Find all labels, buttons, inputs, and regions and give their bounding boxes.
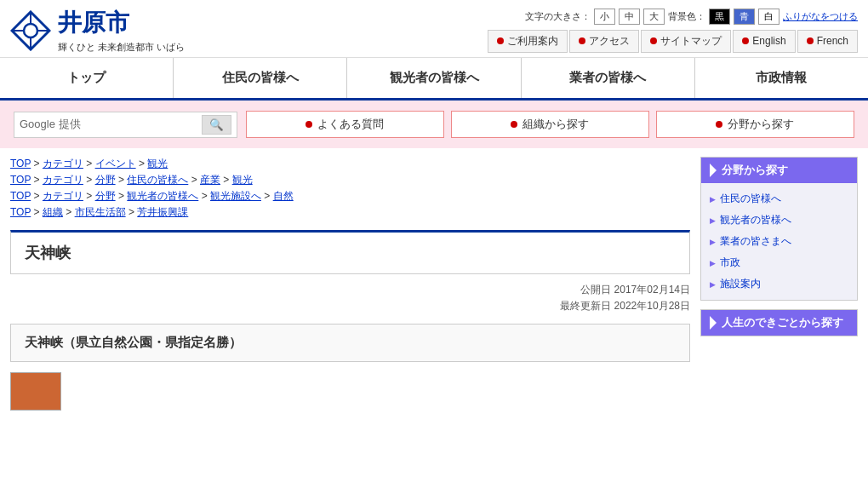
search-icon: 🔍: [209, 118, 224, 131]
faq-button[interactable]: よくある質問: [246, 111, 444, 138]
nav-business[interactable]: 業者の皆様へ: [522, 58, 695, 98]
bg-black-button[interactable]: 黒: [709, 9, 730, 25]
page-title: 天神峡: [25, 243, 676, 263]
article-heading-box: 天神峡（県立自然公園・県指定名勝）: [10, 324, 690, 362]
search-section: Google 提供 🔍 よくある質問 組織から探す 分野から探す: [0, 101, 868, 148]
sidebar: 分野から探す 住民の皆様へ 観光者の皆様へ 業者の皆さまへ 市政 施設案内: [700, 157, 858, 413]
bc2-residents[interactable]: 住民の皆様へ: [127, 174, 188, 186]
font-medium-button[interactable]: 中: [619, 9, 640, 25]
access-dot: [579, 37, 585, 44]
search-by-field-button[interactable]: 分野から探す: [656, 111, 854, 138]
bc4-top[interactable]: TOP: [10, 206, 31, 218]
nav-tourists[interactable]: 観光者の皆様へ: [347, 58, 521, 98]
bc3-facilities[interactable]: 観光施設へ: [210, 190, 261, 202]
field-label: 分野から探す: [728, 117, 794, 132]
bc3-category[interactable]: カテゴリ: [43, 190, 83, 202]
google-search-box: Google 提供 🔍: [14, 112, 237, 138]
updated-date: 最終更新日 2022年10月28日: [10, 299, 690, 313]
bc4-civic[interactable]: 市民生活部: [75, 206, 126, 218]
main-content: TOP > カテゴリ > イベント > 観光 TOP > カテゴリ > 分野 >…: [10, 157, 690, 413]
bg-blue-button[interactable]: 青: [734, 9, 755, 25]
usage-button[interactable]: ご利用案内: [488, 30, 568, 53]
breadcrumb-line-2: TOP > カテゴリ > 分野 > 住民の皆様へ > 産業 > 観光: [10, 173, 690, 187]
bc3-field[interactable]: 分野: [95, 190, 116, 202]
bc2-field[interactable]: 分野: [95, 174, 116, 186]
french-button[interactable]: French: [797, 30, 858, 53]
article-image-area: [10, 372, 690, 413]
site-subtitle: 輝くひと 未来創造都市 いばら: [58, 41, 185, 54]
site-title: 井原市: [58, 7, 185, 39]
breadcrumb-line-1: TOP > カテゴリ > イベント > 観光: [10, 157, 690, 171]
faq-label: よくある質問: [317, 117, 384, 132]
header-controls: 文字の大きさ： 小 中 大 背景色： 黒 青 白 ふりがなをつける ご利用案内 …: [488, 9, 858, 53]
org-label: 組織から探す: [523, 117, 589, 132]
bg-label: 背景色：: [668, 10, 705, 23]
sidebar-corner-icon: [710, 164, 717, 177]
sitemap-button[interactable]: サイトマップ: [641, 30, 731, 53]
font-size-label: 文字の大きさ：: [525, 10, 591, 23]
sidebar-field-links: 住民の皆様へ 観光者の皆様へ 業者の皆さまへ 市政 施設案内: [701, 183, 857, 300]
usage-dot: [497, 37, 504, 44]
sidebar-link-tourists[interactable]: 観光者の皆様へ: [701, 210, 857, 231]
sidebar-section-lifecycle-title: 人生のできごとから探す: [701, 310, 857, 336]
article-heading: 天神峡（県立自然公園・県指定名勝）: [25, 335, 676, 351]
published-date: 公開日 2017年02月14日: [10, 283, 690, 297]
bc1-tourism[interactable]: 観光: [147, 158, 168, 169]
font-large-button[interactable]: 大: [643, 9, 665, 25]
font-size-controls: 文字の大きさ： 小 中 大 背景色： 黒 青 白 ふりがなをつける: [525, 9, 858, 25]
field-dot: [716, 121, 722, 128]
sidebar-section-lifecycle: 人生のできごとから探す: [700, 309, 858, 336]
english-dot: [742, 37, 749, 44]
french-label: French: [817, 35, 848, 47]
breadcrumb-line-4: TOP > 組織 > 市民生活部 > 芳井振興課: [10, 205, 690, 220]
bc4-org[interactable]: 組織: [43, 206, 63, 218]
search-input[interactable]: [86, 118, 197, 131]
nav-top[interactable]: トップ: [0, 58, 174, 98]
article-meta: 公開日 2017年02月14日 最終更新日 2022年10月28日: [10, 283, 690, 313]
bc2-tourism[interactable]: 観光: [232, 174, 253, 186]
bc1-event[interactable]: イベント: [95, 158, 136, 169]
access-button[interactable]: アクセス: [569, 30, 639, 53]
sidebar-link-city[interactable]: 市政: [701, 252, 857, 273]
utility-nav: ご利用案内 アクセス サイトマップ English French: [488, 30, 858, 53]
bc1-category[interactable]: カテゴリ: [43, 158, 83, 169]
bc3-nature[interactable]: 自然: [273, 190, 294, 202]
bc3-tourists[interactable]: 観光者の皆様へ: [127, 190, 198, 202]
font-small-button[interactable]: 小: [594, 9, 615, 25]
sidebar-lifecycle-title-label: 人生のできごとから探す: [722, 315, 843, 330]
logo-area: 井原市 輝くひと 未来創造都市 いばら: [10, 7, 185, 54]
faq-dot: [306, 121, 312, 128]
french-dot: [807, 37, 814, 44]
sidebar-link-residents[interactable]: 住民の皆様へ: [701, 188, 857, 210]
usage-label: ご利用案内: [507, 34, 558, 49]
bc4-dept[interactable]: 芳井振興課: [137, 206, 188, 218]
furigana-link[interactable]: ふりがなをつける: [783, 10, 858, 23]
search-by-org-button[interactable]: 組織から探す: [451, 111, 649, 138]
search-submit-button[interactable]: 🔍: [202, 115, 231, 135]
sitemap-label: サイトマップ: [660, 34, 722, 49]
sidebar-link-facilities[interactable]: 施設案内: [701, 273, 857, 295]
content-wrapper: TOP > カテゴリ > イベント > 観光 TOP > カテゴリ > 分野 >…: [0, 148, 868, 422]
access-label: アクセス: [589, 34, 630, 49]
english-label: English: [752, 35, 785, 47]
page-title-box: 天神峡: [10, 230, 690, 274]
nav-residents[interactable]: 住民の皆様へ: [174, 58, 347, 98]
bg-white-button[interactable]: 白: [758, 9, 779, 25]
sidebar-link-business[interactable]: 業者の皆さまへ: [701, 231, 857, 252]
english-button[interactable]: English: [733, 30, 795, 53]
bc2-top[interactable]: TOP: [10, 174, 31, 186]
google-logo: Google 提供: [20, 117, 81, 132]
search-category-buttons: よくある質問 組織から探す 分野から探す: [246, 111, 854, 138]
bc1-top[interactable]: TOP: [10, 158, 31, 169]
bc2-industry[interactable]: 産業: [200, 174, 220, 186]
article-image: [10, 372, 61, 411]
breadcrumb-line-3: TOP > カテゴリ > 分野 > 観光者の皆様へ > 観光施設へ > 自然: [10, 189, 690, 204]
logo-icon: [10, 10, 51, 51]
sidebar-field-title-label: 分野から探す: [722, 163, 788, 178]
bc2-category[interactable]: カテゴリ: [43, 174, 83, 186]
sidebar-section-field-title: 分野から探す: [701, 158, 857, 183]
nav-city-info[interactable]: 市政情報: [695, 58, 868, 98]
main-navigation: トップ 住民の皆様へ 観光者の皆様へ 業者の皆様へ 市政情報: [0, 58, 868, 101]
bc3-top[interactable]: TOP: [10, 190, 31, 202]
sidebar-corner-icon-2: [710, 316, 717, 330]
